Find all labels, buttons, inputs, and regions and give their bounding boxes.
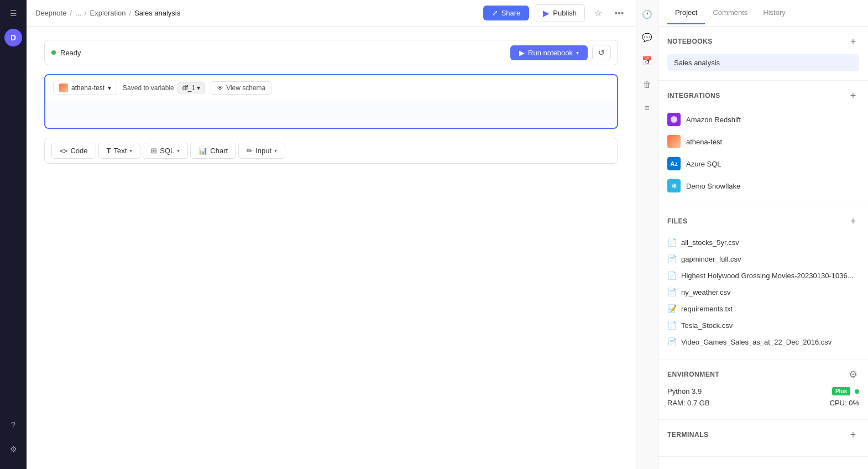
logo[interactable]: D <box>4 29 22 46</box>
cell-body[interactable] <box>45 101 617 128</box>
athena-icon <box>59 84 68 92</box>
delete-icon[interactable]: 🗑 <box>640 76 655 92</box>
integrations-section-header: INTEGRATIONS + <box>667 90 859 102</box>
file-icon-6: 📄 <box>667 337 677 346</box>
environment-info: Python 3.9 Plus RAM: 0.7 GB CPU: 0% <box>667 387 859 407</box>
terminals-section: TERMINALS + <box>658 420 868 457</box>
status-text: Ready <box>60 49 81 57</box>
file-item[interactable]: 📄 gapminder_full.csv <box>667 251 859 267</box>
comment-icon[interactable]: 💬 <box>640 30 655 45</box>
file-icon-4: 📝 <box>667 304 677 313</box>
right-icon-strip: 🕐 💬 📅 🗑 ≡ <box>636 0 658 469</box>
file-icon-0: 📄 <box>667 238 677 247</box>
cpu-info: CPU: 0% <box>830 399 859 407</box>
tab-comments[interactable]: Comments <box>705 2 755 24</box>
files-section-header: FILES + <box>667 215 859 227</box>
publish-icon: ▶ <box>543 8 550 18</box>
notebooks-section: NOTEBOOKS + Sales analysis <box>658 27 868 81</box>
settings-icon[interactable]: ⚙ <box>4 440 22 458</box>
add-file-button[interactable]: + <box>847 215 859 227</box>
environment-title: ENVIRONMENT <box>667 371 719 378</box>
environment-section-header: ENVIRONMENT ⚙ <box>667 368 859 381</box>
file-item[interactable]: 📄 Video_Games_Sales_as_at_22_Dec_2016.cs… <box>667 333 859 350</box>
breadcrumb-more[interactable]: ... <box>75 9 81 17</box>
share-button[interactable]: ⤢ Share <box>483 6 530 20</box>
notebook-item-sales-analysis[interactable]: Sales analysis <box>667 54 859 71</box>
file-item[interactable]: 📄 ny_weather.csv <box>667 284 859 300</box>
add-text-button[interactable]: T Text ▾ <box>98 143 141 159</box>
integration-snowflake[interactable]: ❄ Demo Snowflake <box>667 175 859 197</box>
file-icon-5: 📄 <box>667 321 677 330</box>
breadcrumb-root[interactable]: Deepnote <box>35 9 66 17</box>
run-notebook-button[interactable]: ▶ Run notebook ▾ <box>510 45 588 60</box>
plus-badge: Plus <box>832 387 850 395</box>
integration-redshift[interactable]: Amazon Redshift <box>667 108 859 131</box>
text-chevron-icon: ▾ <box>129 148 132 154</box>
run-chevron-icon: ▾ <box>576 50 579 56</box>
env-resources-row: RAM: 0.7 GB CPU: 0% <box>667 399 859 407</box>
run-icon: ▶ <box>519 49 525 57</box>
query-cell: athena-test ▾ Saved to variable df_1 ▾ 👁… <box>44 74 618 129</box>
environment-settings-button[interactable]: ⚙ <box>847 368 859 381</box>
tab-project[interactable]: Project <box>667 2 705 24</box>
redshift-icon <box>667 113 681 126</box>
input-chevron-icon: ▾ <box>274 148 277 154</box>
cell-source-chevron: ▾ <box>108 84 111 92</box>
main-area: Deepnote / ... / Exploration / Sales ana… <box>27 0 636 469</box>
var-chevron-icon: ▾ <box>197 84 200 92</box>
table-icon[interactable]: 📅 <box>640 53 655 69</box>
integration-athena[interactable]: athena-test <box>667 131 859 153</box>
saved-to-label: Saved to variable <box>123 84 174 92</box>
file-item[interactable]: 📄 Tesla_Stock.csv <box>667 317 859 333</box>
tab-history[interactable]: History <box>755 2 793 24</box>
sql-icon: ⊞ <box>151 147 157 155</box>
status-bar: Ready ▶ Run notebook ▾ ↺ <box>44 40 618 65</box>
breadcrumb-exploration[interactable]: Exploration <box>90 9 126 17</box>
add-sql-button[interactable]: ⊞ SQL ▾ <box>143 143 188 159</box>
breadcrumb-sep2: / <box>85 9 87 17</box>
sql-chevron-icon: ▾ <box>177 148 180 154</box>
svg-point-0 <box>671 116 677 123</box>
refresh-button[interactable]: ↺ <box>592 45 611 60</box>
add-block-toolbar: <> Code T Text ▾ ⊞ SQL ▾ 📊 Chart ✏ Input… <box>44 138 618 164</box>
clock-icon[interactable]: 🕐 <box>640 7 655 22</box>
notebooks-title: NOTEBOOKS <box>667 38 713 45</box>
integration-azure-sql[interactable]: Az Azure SQL <box>667 153 859 175</box>
panel-tabs: Project Comments History <box>658 0 868 27</box>
add-chart-button[interactable]: 📊 Chart <box>190 143 236 159</box>
python-version-label: Python 3.9 <box>667 387 702 395</box>
env-status-dot <box>855 389 859 394</box>
terminals-title: TERMINALS <box>667 431 709 439</box>
variable-badge[interactable]: df_1 ▾ <box>177 82 205 93</box>
help-icon[interactable]: ? <box>4 416 22 434</box>
file-item[interactable]: 📝 requirements.txt <box>667 300 859 317</box>
add-code-button[interactable]: <> Code <box>51 143 96 159</box>
file-item[interactable]: 📄 all_stocks_5yr.csv <box>667 234 859 251</box>
more-options-icon[interactable]: ••• <box>611 6 627 21</box>
left-sidebar: ☰ D ? ⚙ <box>0 0 27 469</box>
cell-source-badge[interactable]: athena-test ▾ <box>53 81 117 95</box>
snowflake-icon: ❄ <box>667 179 681 192</box>
cell-source-label: athena-test <box>71 84 104 92</box>
add-integration-button[interactable]: + <box>847 90 859 102</box>
file-item[interactable]: 📄 Highest Holywood Grossing Movies-20230… <box>667 267 859 284</box>
eye-icon: 👁 <box>217 84 223 92</box>
right-panel: Project Comments History NOTEBOOKS + Sal… <box>658 0 868 469</box>
environment-section: ENVIRONMENT ⚙ Python 3.9 Plus RAM: 0.7 G… <box>658 359 868 420</box>
add-terminal-button[interactable]: + <box>847 429 859 441</box>
add-notebook-button[interactable]: + <box>847 35 859 48</box>
hamburger-icon[interactable]: ☰ <box>4 4 22 22</box>
notebooks-section-header: NOTEBOOKS + <box>667 35 859 48</box>
files-section: FILES + 📄 all_stocks_5yr.csv 📄 gapminder… <box>658 206 868 359</box>
list-icon[interactable]: ≡ <box>640 100 655 115</box>
view-schema-button[interactable]: 👁 View schema <box>211 81 271 95</box>
add-input-button[interactable]: ✏ Input ▾ <box>238 143 285 159</box>
athena-integration-icon <box>667 135 681 148</box>
chart-icon: 📊 <box>198 147 207 155</box>
topbar-actions: ⤢ Share ▶ Publish ☆ ••• <box>483 4 627 22</box>
star-icon[interactable]: ☆ <box>590 6 606 21</box>
file-icon-1: 📄 <box>667 254 677 263</box>
status-dot <box>51 50 56 55</box>
publish-button[interactable]: ▶ Publish <box>535 4 585 22</box>
status-left: Ready <box>51 49 81 57</box>
